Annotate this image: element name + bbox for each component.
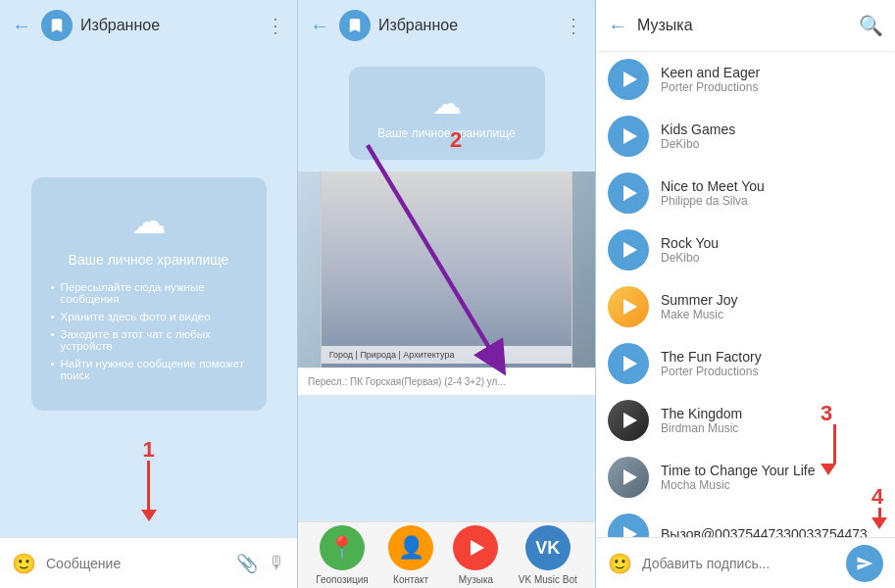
attachment-text: Пересл.: ПК Горская(Первая) (2-4 3+2) ул… bbox=[308, 376, 506, 387]
right-emoji-icon[interactable]: 🙂 bbox=[608, 552, 632, 575]
message-input[interactable] bbox=[46, 556, 226, 571]
step3-label: 3 bbox=[820, 401, 832, 425]
step1-arrow bbox=[141, 461, 157, 521]
photo-preview: Город | Природа | Архитектура bbox=[298, 172, 595, 368]
track-artist: Porter Productions bbox=[661, 365, 883, 378]
track-info: Summer Joy Make Music bbox=[661, 292, 883, 321]
track-avatar bbox=[608, 286, 649, 327]
middle-top-bar: ← Избранное ⋮ bbox=[298, 0, 595, 51]
music-track-item[interactable]: The Kingdom Birdman Music bbox=[596, 392, 895, 449]
middle-panel-title: Избранное bbox=[378, 17, 564, 34]
middle-avatar bbox=[339, 10, 371, 41]
left-menu-button[interactable]: ⋮ bbox=[266, 14, 285, 37]
middle-panel: ← Избранное ⋮ ☁ Ваше личное хранилище Го… bbox=[298, 0, 596, 588]
track-info: The Fun Factory Porter Productions bbox=[661, 349, 883, 378]
music-track-item[interactable]: Nice to Meet You Philippe da Silva bbox=[596, 165, 895, 221]
middle-back-button[interactable]: ← bbox=[310, 15, 329, 37]
music-track-item[interactable]: Kids Games DeKibo bbox=[596, 108, 895, 165]
track-title: The Kingdom bbox=[661, 406, 883, 421]
track-play-icon bbox=[623, 526, 637, 537]
track-play-icon bbox=[623, 128, 637, 144]
track-avatar bbox=[608, 457, 649, 498]
music-track-item[interactable]: Keen and Eager Porter Productions bbox=[596, 51, 895, 108]
right-back-button[interactable]: ← bbox=[608, 15, 627, 37]
track-title: Kids Games bbox=[661, 122, 883, 137]
track-info: Вызов@00375447330033754473332... bbox=[661, 526, 883, 537]
music-track-item[interactable]: The Fun Factory Porter Productions bbox=[596, 335, 895, 392]
track-play-icon bbox=[623, 413, 637, 428]
cloud-upload-icon: ☁ bbox=[51, 201, 247, 242]
bookmark-icon-mid bbox=[346, 17, 364, 34]
step3-arrow bbox=[820, 424, 836, 475]
vkbot-circle: VK bbox=[525, 525, 571, 570]
step2-annotation: 2 bbox=[450, 129, 462, 151]
track-info: Time to Change Your Life Mocha Music bbox=[661, 463, 883, 492]
contact-label: Контакт bbox=[393, 574, 428, 585]
geo-label: Геопозиция bbox=[316, 574, 369, 585]
storage-item-3: Заходите в этот чат с любых устройств bbox=[51, 328, 247, 352]
track-play-icon bbox=[623, 356, 637, 371]
contact-button[interactable]: 👤 Контакт bbox=[388, 525, 433, 585]
step1-label: 1 bbox=[142, 439, 154, 461]
music-track-item[interactable]: Rock You DeKibo bbox=[596, 221, 895, 278]
right-bottom-bar: 🙂 bbox=[596, 537, 895, 588]
storage-item-4: Найти нужное сообщение поможет поиск bbox=[51, 358, 247, 381]
geo-circle: 📍 bbox=[320, 525, 365, 570]
photo-caption: Город | Природа | Архитектура bbox=[322, 346, 572, 364]
left-back-button[interactable]: ← bbox=[12, 15, 31, 37]
track-title: Time to Change Your Life bbox=[661, 463, 883, 478]
emoji-icon[interactable]: 🙂 bbox=[12, 552, 36, 575]
storage-item-2: Храните здесь фото и видео bbox=[51, 311, 247, 322]
track-play-icon bbox=[623, 469, 637, 485]
music-track-item[interactable]: Вызов@00375447330033754473332... bbox=[596, 506, 895, 537]
track-play-icon bbox=[623, 72, 637, 87]
right-message-input[interactable] bbox=[642, 556, 836, 571]
step3-annotation: 3 bbox=[820, 403, 836, 475]
track-artist: Birdman Music bbox=[661, 421, 883, 435]
geo-icon: 📍 bbox=[328, 535, 355, 561]
track-info: Rock You DeKibo bbox=[661, 235, 883, 265]
right-panel-title: Музыка bbox=[637, 17, 859, 34]
step1-annotation: 1 bbox=[141, 439, 157, 521]
track-artist: DeKibo bbox=[661, 251, 883, 265]
track-title: Rock You bbox=[661, 235, 883, 251]
search-button[interactable]: 🔍 bbox=[859, 14, 883, 37]
step4-annotation: 4 bbox=[871, 486, 887, 529]
music-circle bbox=[453, 525, 498, 570]
left-panel-title: Избранное bbox=[80, 17, 266, 34]
step4-label: 4 bbox=[871, 484, 883, 509]
track-artist: Philippe da Silva bbox=[661, 194, 883, 208]
vkbot-label: VK Music Bot bbox=[519, 574, 577, 585]
music-track-item[interactable]: Summer Joy Make Music bbox=[596, 278, 895, 335]
track-title: Summer Joy bbox=[661, 292, 883, 308]
track-avatar bbox=[608, 343, 649, 384]
mid-cloud-icon: ☁ bbox=[369, 86, 525, 121]
geo-button[interactable]: 📍 Геопозиция bbox=[316, 525, 369, 585]
track-play-icon bbox=[623, 185, 637, 201]
send-button[interactable] bbox=[846, 545, 883, 582]
storage-item-1: Пересылайте сюда нужные сообщения bbox=[51, 281, 247, 305]
left-top-bar: ← Избранное ⋮ bbox=[0, 0, 297, 51]
track-title: Keen and Eager bbox=[661, 65, 883, 80]
track-artist: Mocha Music bbox=[661, 478, 883, 492]
track-avatar bbox=[608, 229, 649, 270]
music-label: Музыка bbox=[459, 574, 493, 585]
middle-storage-card: ☁ Ваше личное хранилище bbox=[349, 67, 545, 160]
left-bottom-bar: 🙂 📎 🎙 bbox=[0, 537, 297, 588]
storage-card: ☁ Ваше личное хранилище Пересылайте сюда… bbox=[31, 177, 267, 411]
track-play-icon bbox=[623, 299, 637, 315]
contact-icon: 👤 bbox=[398, 535, 424, 561]
mid-storage-title: Ваше личное хранилище bbox=[369, 126, 525, 140]
track-artist: DeKibo bbox=[661, 137, 883, 151]
music-track-item[interactable]: Time to Change Your Life Mocha Music bbox=[596, 449, 895, 506]
mic-icon[interactable]: 🎙 bbox=[268, 553, 285, 573]
music-list: Keen and Eager Porter Productions Kids G… bbox=[596, 51, 895, 537]
vkbot-button[interactable]: VK VK Music Bot bbox=[519, 525, 577, 585]
attachment-icon[interactable]: 📎 bbox=[236, 553, 258, 574]
track-artist: Porter Productions bbox=[661, 80, 883, 94]
track-play-icon bbox=[623, 242, 637, 258]
left-content: ☁ Ваше личное хранилище Пересылайте сюда… bbox=[0, 51, 297, 537]
middle-menu-button[interactable]: ⋮ bbox=[564, 14, 583, 37]
right-panel: ← Музыка 🔍 Keen and Eager Porter Product… bbox=[596, 0, 895, 588]
music-button[interactable]: Музыка bbox=[453, 525, 498, 585]
